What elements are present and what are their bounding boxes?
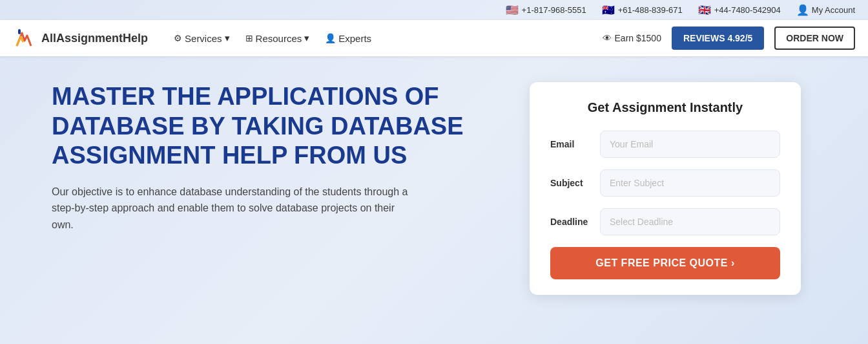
nav-experts[interactable]: 👤 Experts (325, 33, 371, 44)
phone-uk[interactable]: 🇬🇧 +44-7480-542904 (698, 4, 781, 16)
deadline-group: Deadline (550, 208, 780, 235)
subject-input[interactable] (600, 169, 780, 197)
hero-section: MASTER THE APPLICATIONS OF DATABASE BY T… (52, 82, 491, 233)
nav-services[interactable]: ⚙ Services ▾ (174, 32, 230, 44)
nav-services-label: Services (185, 33, 222, 44)
deadline-label: Deadline (550, 217, 592, 227)
navbar: AllAssignmentHelp ⚙ Services ▾ ⊞ Resourc… (0, 20, 868, 56)
phone-au[interactable]: 🇦🇺 +61-488-839-671 (602, 4, 683, 16)
phone-au-number: +61-488-839-671 (618, 5, 683, 15)
chevron-down-services-icon: ▾ (225, 32, 230, 44)
my-account-link[interactable]: 👤 My Account (796, 4, 855, 16)
subject-group: Subject (550, 169, 780, 197)
email-input[interactable] (600, 131, 780, 158)
subject-label: Subject (550, 178, 592, 188)
grid-icon: ⊞ (245, 33, 253, 43)
account-label: My Account (812, 5, 855, 15)
hero-description: Our objective is to enhance database und… (52, 184, 413, 233)
nav-resources[interactable]: ⊞ Resources ▾ (245, 32, 310, 44)
logo-icon (13, 27, 36, 50)
order-now-button[interactable]: ORDER NOW (774, 27, 855, 50)
email-label: Email (550, 139, 592, 149)
phone-us[interactable]: 🇺🇸 +1-817-968-5551 (506, 4, 586, 16)
phone-uk-number: +44-7480-542904 (714, 5, 781, 15)
nav-links: ⚙ Services ▾ ⊞ Resources ▾ 👤 Experts (174, 32, 583, 44)
form-title: Get Assignment Instantly (550, 100, 780, 115)
logo-text: AllAssignmentHelp (41, 32, 148, 45)
earn-icon: 👁 (603, 33, 612, 43)
top-bar: 🇺🇸 +1-817-968-5551 🇦🇺 +61-488-839-671 🇬🇧… (0, 0, 868, 20)
reviews-button[interactable]: REVIEWS 4.92/5 (672, 27, 764, 50)
hero-title: MASTER THE APPLICATIONS OF DATABASE BY T… (52, 82, 491, 171)
chevron-down-resources-icon: ▾ (304, 32, 309, 44)
get-free-quote-label: GET FREE PRICE QUOTE › (595, 257, 734, 269)
main-content: MASTER THE APPLICATIONS OF DATABASE BY T… (0, 56, 868, 308)
flag-au-icon: 🇦🇺 (602, 4, 615, 16)
account-icon: 👤 (796, 4, 809, 16)
flag-uk-icon: 🇬🇧 (698, 4, 711, 16)
earn-label: Earn $1500 (615, 33, 661, 43)
nav-experts-label: Experts (338, 33, 371, 44)
nav-right: 👁 Earn $1500 REVIEWS 4.92/5 ORDER NOW (603, 27, 855, 50)
nav-resources-label: Resources (256, 33, 302, 44)
user-icon: 👤 (325, 33, 336, 43)
assignment-form-card: Get Assignment Instantly Email Subject D… (530, 82, 801, 295)
flag-us-icon: 🇺🇸 (506, 4, 519, 16)
email-group: Email (550, 131, 780, 158)
deadline-input[interactable] (600, 208, 780, 235)
svg-rect-0 (18, 29, 21, 34)
earn-link[interactable]: 👁 Earn $1500 (603, 33, 661, 43)
gear-icon: ⚙ (174, 33, 182, 43)
get-free-quote-button[interactable]: GET FREE PRICE QUOTE › (550, 247, 780, 279)
phone-us-number: +1-817-968-5551 (522, 5, 586, 15)
logo[interactable]: AllAssignmentHelp (13, 27, 148, 50)
